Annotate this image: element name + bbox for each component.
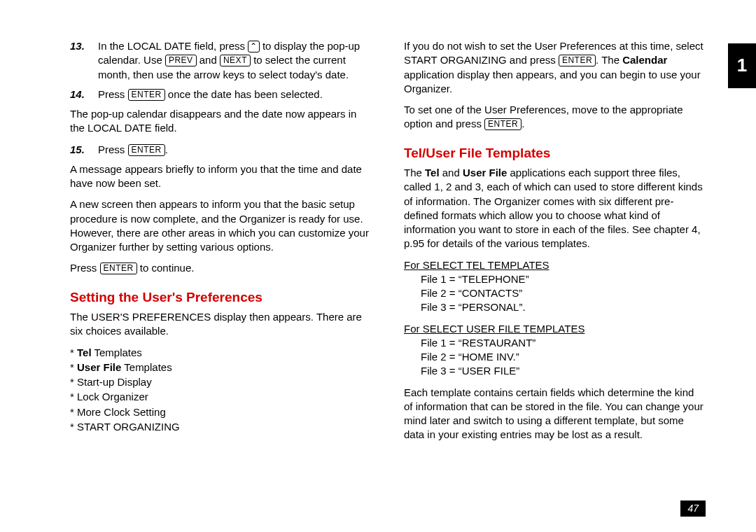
text-bold: User File (77, 361, 121, 373)
heading-tel-user-file-templates: Tel/User File Templates (404, 144, 706, 162)
enter-key: ENTER (559, 55, 596, 66)
enter-key: ENTER (100, 262, 137, 274)
paragraph: The USER'S PREFERENCES display then appe… (70, 310, 372, 339)
template-line: File 2 = “HOME INV.” (421, 350, 706, 364)
list-item: * Tel Templates (70, 346, 372, 360)
text: Press (98, 88, 128, 100)
heading-setting-user-preferences: Setting the User's Preferences (70, 288, 372, 307)
chapter-tab: 1 (728, 43, 756, 88)
manual-page: 13. In the LOCAL DATE field, press ⌃ to … (0, 0, 756, 532)
step-number: 15. (70, 143, 98, 157)
list-item: * More Clock Setting (70, 405, 372, 419)
template-line: File 3 = “USER FILE” (421, 364, 706, 378)
text: Press (98, 144, 128, 155)
list-item: * START ORGANIZING (70, 420, 372, 434)
paragraph: Press ENTER to continue. (70, 261, 372, 275)
step-14: 14. Press ENTER once the date has been s… (70, 88, 372, 102)
right-column: If you do not wish to set the User Prefe… (404, 39, 706, 449)
template-line: File 1 = “TELEPHONE” (421, 272, 706, 286)
text: The (404, 167, 425, 178)
text: * (70, 361, 77, 373)
paragraph: To set one of the User Preferences, move… (404, 103, 706, 132)
text: Press (70, 262, 100, 274)
text: In the LOCAL DATE field, press (98, 40, 248, 52)
paragraph: The pop-up calendar disappears and the d… (70, 107, 372, 136)
enter-key: ENTER (128, 144, 165, 156)
paragraph: If you do not wish to set the User Prefe… (404, 39, 706, 96)
text: and (440, 167, 463, 178)
template-line: File 2 = “CONTACTS” (421, 286, 706, 300)
text: * (70, 346, 77, 358)
template-group-header: For SELECT USER FILE TEMPLATES (404, 322, 706, 336)
left-column: 13. In the LOCAL DATE field, press ⌃ to … (70, 39, 372, 449)
template-line: File 3 = “PERSONAL”. (421, 300, 706, 314)
dropdown-key-icon: ⌃ (248, 41, 260, 52)
step-number: 13. (70, 39, 98, 82)
template-group-header: For SELECT TEL TEMPLATES (404, 258, 706, 272)
paragraph: The Tel and User File applications each … (404, 166, 706, 251)
text-bold: Tel (425, 167, 440, 178)
paragraph: A new screen then appears to inform you … (70, 197, 372, 254)
list-item: * Lock Organizer (70, 390, 372, 404)
step-number: 14. (70, 88, 98, 102)
step-body: Press ENTER once the date has been selec… (98, 88, 372, 102)
text: application display then appears, and yo… (404, 69, 701, 94)
list-item: * Start-up Display (70, 375, 372, 389)
template-line: File 1 = “RESTAURANT” (421, 336, 706, 350)
enter-key: ENTER (128, 89, 165, 101)
paragraph: Each template contains certain fields wh… (404, 386, 706, 442)
prev-key: PREV (165, 55, 197, 66)
step-body: In the LOCAL DATE field, press ⌃ to disp… (98, 39, 372, 82)
text: and (197, 54, 220, 66)
step-13: 13. In the LOCAL DATE field, press ⌃ to … (70, 39, 372, 82)
text: . The (596, 54, 622, 66)
text: once the date has been selected. (165, 88, 323, 100)
enter-key: ENTER (484, 118, 522, 130)
text-bold: Tel (77, 346, 92, 358)
two-column-layout: 13. In the LOCAL DATE field, press ⌃ to … (70, 39, 706, 449)
text: . (165, 144, 168, 155)
step-body: Press ENTER. (98, 143, 372, 157)
text: . (522, 118, 524, 130)
next-key: NEXT (220, 55, 251, 66)
tel-templates-block: For SELECT TEL TEMPLATES File 1 = “TELEP… (404, 258, 706, 315)
list-item: * User File Templates (70, 360, 372, 374)
text: To set one of the User Preferences, move… (404, 104, 683, 130)
paragraph: A message appears briefly to inform you … (70, 162, 372, 191)
preferences-list: * Tel Templates * User File Templates * … (70, 346, 372, 435)
text: applications each support three files, c… (404, 167, 703, 249)
user-file-templates-block: For SELECT USER FILE TEMPLATES File 1 = … (404, 322, 706, 379)
text-bold: Calendar (622, 54, 667, 66)
step-15: 15. Press ENTER. (70, 143, 372, 157)
text: Templates (92, 346, 142, 358)
text: Templates (121, 361, 172, 373)
text: to continue. (137, 262, 195, 274)
page-number: 47 (680, 500, 706, 517)
text-bold: User File (463, 167, 507, 178)
